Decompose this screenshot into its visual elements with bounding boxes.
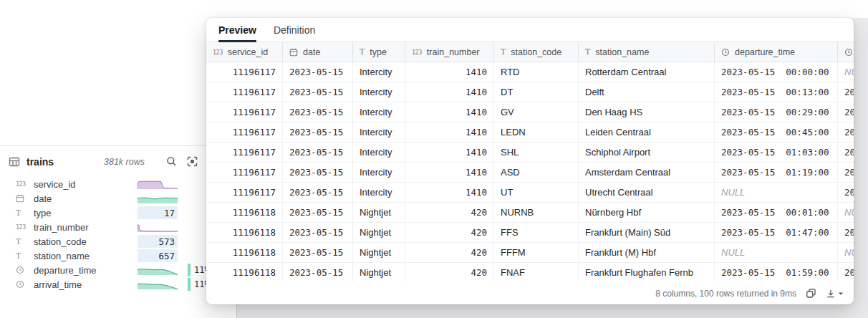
cell-date[interactable]: 2023-05-15 bbox=[283, 243, 353, 262]
cell-station-code[interactable]: RTD bbox=[494, 62, 579, 82]
cell-station-code[interactable]: GV bbox=[494, 102, 579, 122]
table-row[interactable]: 11196118 2023-05-15 Nightjet 420 FFFM Fr… bbox=[206, 243, 854, 263]
cell-service-id[interactable]: 11196118 bbox=[206, 223, 283, 242]
cell-service-id[interactable]: 11196117 bbox=[206, 163, 283, 182]
cell-arrival-time[interactable]: 20 bbox=[838, 223, 854, 242]
table-row[interactable]: 11196118 2023-05-15 Nightjet 420 NURNB N… bbox=[206, 203, 854, 223]
cell-station-code[interactable]: FFS bbox=[494, 223, 579, 242]
table-row[interactable]: 11196117 2023-05-15 Intercity 1410 RTD R… bbox=[206, 62, 854, 82]
cell-arrival-time[interactable]: 20 bbox=[838, 122, 854, 142]
cell-train-number[interactable]: 1410 bbox=[405, 62, 494, 82]
cell-departure-time[interactable]: 2023-05-15 01:03:00 bbox=[715, 143, 838, 162]
cell-departure-time[interactable]: 2023-05-15 00:13:00 bbox=[715, 82, 838, 102]
cell-type[interactable]: Intercity bbox=[353, 122, 405, 142]
cell-station-code[interactable]: SHL bbox=[494, 143, 579, 162]
cell-arrival-time[interactable]: NULL bbox=[838, 243, 854, 262]
cell-train-number[interactable]: 1410 bbox=[405, 163, 494, 182]
cell-arrival-time[interactable]: 20 bbox=[838, 143, 854, 162]
cell-service-id[interactable]: 11196117 bbox=[206, 82, 283, 102]
column-header-service-id[interactable]: 123 service_id bbox=[206, 42, 283, 62]
cell-station-name[interactable]: Nürnberg Hbf bbox=[579, 203, 715, 222]
cell-train-number[interactable]: 420 bbox=[405, 263, 494, 282]
cell-arrival-time[interactable]: NULL bbox=[838, 62, 854, 82]
cell-station-name[interactable]: Frankfurt Flughafen Fernb bbox=[579, 263, 715, 282]
cell-service-id[interactable]: 11196117 bbox=[206, 62, 283, 82]
cell-service-id[interactable]: 11196117 bbox=[206, 183, 283, 202]
cell-station-code[interactable]: FNAF bbox=[494, 263, 579, 282]
table-row[interactable]: 11196117 2023-05-15 Intercity 1410 UT Ut… bbox=[206, 183, 854, 203]
cell-service-id[interactable]: 11196118 bbox=[206, 243, 283, 262]
cell-departure-time[interactable]: 2023-05-15 01:47:00 bbox=[715, 223, 838, 242]
cell-train-number[interactable]: 1410 bbox=[405, 143, 494, 162]
cell-departure-time[interactable]: 2023-05-15 00:00:00 bbox=[715, 62, 838, 82]
cell-station-name[interactable]: Delft bbox=[579, 82, 715, 102]
table-row[interactable]: 11196117 2023-05-15 Intercity 1410 GV De… bbox=[206, 102, 854, 122]
cell-station-name[interactable]: Frankfurt (Main) Süd bbox=[579, 223, 715, 242]
cell-type[interactable]: Nightjet bbox=[353, 263, 405, 282]
table-row[interactable]: 11196117 2023-05-15 Intercity 1410 SHL S… bbox=[206, 143, 854, 163]
cell-station-code[interactable]: FFFM bbox=[494, 243, 579, 262]
cell-station-name[interactable]: Den Haag HS bbox=[579, 102, 715, 122]
copy-icon[interactable] bbox=[806, 288, 816, 299]
cell-station-name[interactable]: Rotterdam Centraal bbox=[579, 62, 715, 82]
cell-train-number[interactable]: 1410 bbox=[405, 102, 494, 122]
cell-service-id[interactable]: 11196117 bbox=[206, 143, 283, 162]
cell-arrival-time[interactable]: NULL bbox=[838, 203, 854, 222]
cell-station-name[interactable]: Leiden Centraal bbox=[579, 122, 715, 142]
cell-date[interactable]: 2023-05-15 bbox=[283, 62, 353, 82]
field-row-train-number[interactable]: 123 train_number bbox=[0, 220, 206, 234]
cell-station-code[interactable]: LEDN bbox=[494, 122, 579, 142]
field-row-departure-time[interactable]: departure_time 11% bbox=[0, 263, 206, 277]
cell-date[interactable]: 2023-05-15 bbox=[283, 102, 353, 122]
column-header-departure-time[interactable]: departure_time bbox=[715, 42, 838, 62]
field-row-arrival-time[interactable]: arrival_time 11% bbox=[0, 277, 206, 292]
column-header-type[interactable]: T type bbox=[353, 42, 405, 62]
cell-train-number[interactable]: 1410 bbox=[405, 82, 494, 102]
cell-station-code[interactable]: ASD bbox=[494, 163, 579, 182]
table-row[interactable]: 11196118 2023-05-15 Nightjet 420 FNAF Fr… bbox=[206, 263, 854, 282]
cell-departure-time[interactable]: NULL bbox=[715, 183, 838, 202]
cell-departure-time[interactable]: 2023-05-15 00:29:00 bbox=[715, 102, 838, 122]
cell-train-number[interactable]: 1410 bbox=[405, 183, 494, 202]
field-row-type[interactable]: T type 17 bbox=[0, 206, 206, 220]
cell-type[interactable]: Nightjet bbox=[353, 243, 405, 262]
cell-train-number[interactable]: 420 bbox=[405, 243, 494, 262]
table-row[interactable]: 11196117 2023-05-15 Intercity 1410 DT De… bbox=[206, 82, 854, 102]
cell-departure-time[interactable]: 2023-05-15 01:19:00 bbox=[715, 163, 838, 182]
column-header-station-name[interactable]: T station_name bbox=[579, 42, 715, 62]
field-row-station-code[interactable]: T station_code 573 bbox=[0, 234, 206, 249]
cell-type[interactable]: Intercity bbox=[353, 62, 405, 82]
cell-date[interactable]: 2023-05-15 bbox=[283, 203, 353, 222]
column-header-arrival-time[interactable]: arrival_time bbox=[838, 42, 854, 62]
cell-station-name[interactable]: Schiphol Airport bbox=[579, 143, 715, 162]
download-button[interactable] bbox=[826, 289, 844, 299]
cell-date[interactable]: 2023-05-15 bbox=[283, 163, 353, 182]
cell-date[interactable]: 2023-05-15 bbox=[283, 223, 353, 242]
cell-station-name[interactable]: Utrecht Centraal bbox=[579, 183, 715, 202]
tab-preview[interactable]: Preview bbox=[218, 18, 256, 42]
cell-type[interactable]: Nightjet bbox=[353, 223, 405, 242]
cell-type[interactable]: Intercity bbox=[353, 143, 405, 162]
cell-service-id[interactable]: 11196118 bbox=[206, 263, 283, 282]
cell-departure-time[interactable]: 2023-05-15 01:59:00 bbox=[715, 263, 838, 282]
cell-station-code[interactable]: UT bbox=[494, 183, 579, 202]
table-row[interactable]: 11196118 2023-05-15 Nightjet 420 FFS Fra… bbox=[206, 223, 854, 243]
cell-arrival-time[interactable]: 20 bbox=[838, 102, 854, 122]
cell-departure-time[interactable]: 2023-05-15 00:01:00 bbox=[715, 203, 838, 222]
tab-definition[interactable]: Definition bbox=[274, 18, 315, 42]
cell-arrival-time[interactable]: 20 bbox=[838, 82, 854, 102]
cell-type[interactable]: Intercity bbox=[353, 82, 405, 102]
cell-station-name[interactable]: Frankfurt (M) Hbf bbox=[579, 243, 715, 262]
cell-date[interactable]: 2023-05-15 bbox=[283, 143, 353, 162]
column-header-train-number[interactable]: 123 train_number bbox=[405, 42, 494, 62]
cell-type[interactable]: Intercity bbox=[353, 102, 405, 122]
cell-type[interactable]: Intercity bbox=[353, 183, 405, 202]
column-header-station-code[interactable]: T station_code bbox=[494, 42, 579, 62]
cell-service-id[interactable]: 11196117 bbox=[206, 102, 283, 122]
cell-date[interactable]: 2023-05-15 bbox=[283, 82, 353, 102]
cell-service-id[interactable]: 11196118 bbox=[206, 203, 283, 222]
cell-arrival-time[interactable]: 20 bbox=[838, 263, 854, 282]
search-icon[interactable] bbox=[166, 156, 177, 167]
column-header-date[interactable]: date bbox=[283, 42, 353, 62]
cell-departure-time[interactable]: NULL bbox=[715, 243, 838, 262]
